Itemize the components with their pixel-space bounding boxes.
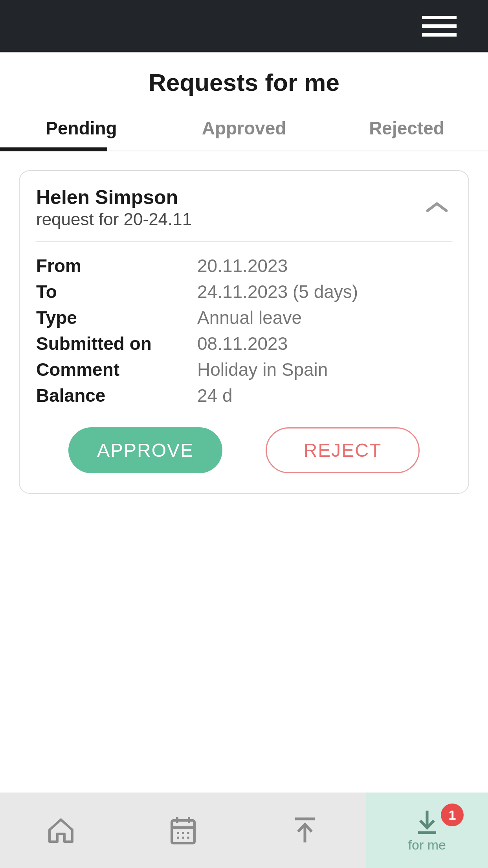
detail-row-submitted: Submitted on 08.11.2023 [36,331,452,357]
arrow-up-icon [291,815,319,846]
nav-for-me[interactable]: for me 1 [366,793,488,868]
label-type: Type [36,307,197,328]
request-name: Helen Simpson [36,186,192,209]
nav-home[interactable] [0,793,122,868]
svg-point-8 [182,837,184,839]
nav-upload[interactable] [244,793,366,868]
label-from: From [36,255,197,276]
request-subtitle: request for 20-24.11 [36,210,192,229]
nav-for-me-label: for me [408,837,446,853]
menu-icon[interactable] [422,16,457,37]
chevron-up-icon[interactable] [422,197,452,218]
svg-point-7 [177,837,179,839]
value-type: Annual leave [197,307,302,328]
value-submitted: 08.11.2023 [197,333,288,354]
content: Helen Simpson request for 20-24.11 From … [0,151,488,793]
top-bar [0,0,488,52]
svg-point-4 [177,832,179,834]
nav-calendar[interactable] [122,793,244,868]
reject-button[interactable]: REJECT [266,427,420,473]
card-header: Helen Simpson request for 20-24.11 [36,186,452,242]
page-title: Requests for me [0,68,488,96]
detail-row-type: Type Annual leave [36,305,452,331]
value-comment: Holiday in Spain [197,359,328,380]
tabs: Pending Approved Rejected [0,108,488,151]
approve-button[interactable]: APPROVE [68,427,222,473]
label-balance: Balance [36,385,197,406]
bottom-nav: for me 1 [0,793,488,868]
value-balance: 24 d [197,385,233,406]
svg-point-9 [187,837,189,839]
calendar-icon [168,814,198,846]
tab-pending[interactable]: Pending [0,108,163,151]
home-icon [46,815,76,846]
detail-row-balance: Balance 24 d [36,383,452,408]
tab-rejected[interactable]: Rejected [325,108,488,151]
label-submitted: Submitted on [36,333,197,354]
card-actions: APPROVE REJECT [36,427,452,473]
card-header-text: Helen Simpson request for 20-24.11 [36,186,192,229]
notification-badge: 1 [441,804,464,826]
request-details: From 20.11.2023 To 24.11.2023 (5 days) T… [36,242,452,408]
page-header: Requests for me [0,53,488,108]
detail-row-from: From 20.11.2023 [36,253,452,279]
svg-point-6 [187,832,189,834]
svg-point-5 [182,832,184,834]
value-to: 24.11.2023 (5 days) [197,281,358,302]
detail-row-to: To 24.11.2023 (5 days) [36,279,452,305]
label-to: To [36,281,197,302]
value-from: 20.11.2023 [197,255,288,276]
request-card: Helen Simpson request for 20-24.11 From … [19,170,469,494]
tab-approved[interactable]: Approved [163,108,325,151]
detail-row-comment: Comment Holiday in Spain [36,357,452,383]
arrow-down-icon [413,808,441,836]
label-comment: Comment [36,359,197,380]
